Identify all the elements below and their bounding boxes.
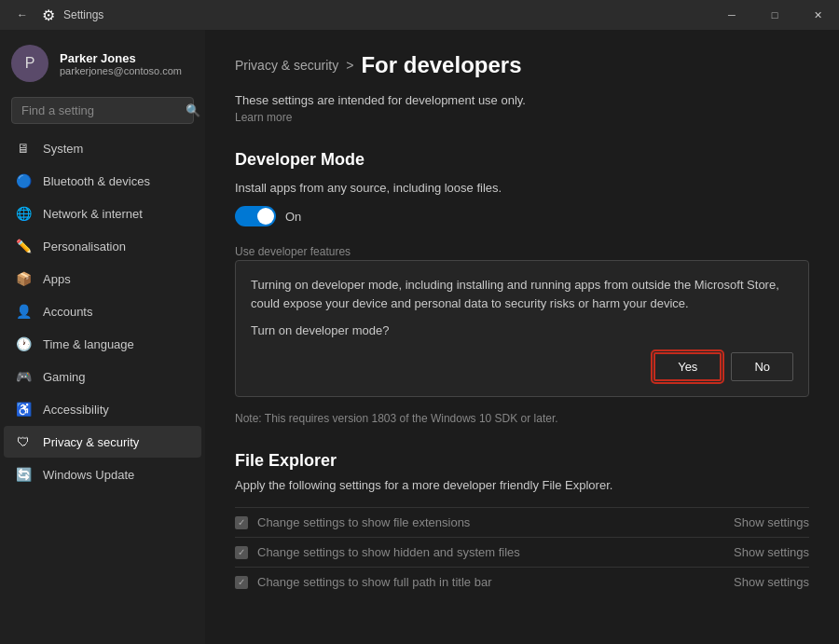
no-button[interactable]: No [731,352,793,381]
nav-label-gaming: Gaming [43,370,86,384]
show-settings-link[interactable]: Show settings [734,575,809,589]
sidebar-item-time[interactable]: 🕐 Time & language [4,328,201,360]
dev-features-box: Turning on developer mode, including ins… [235,260,809,397]
title-bar-title: Settings [63,8,103,21]
sidebar-item-apps[interactable]: 📦 Apps [4,263,201,295]
settings-icon: ⚙ [41,7,56,22]
dev-features-warning: Turning on developer mode, including ins… [251,276,793,312]
setting-label: Change settings to show hidden and syste… [257,545,520,559]
sidebar-item-accessibility[interactable]: ♿ Accessibility [4,393,201,425]
title-bar-left: ← ⚙ Settings [11,5,103,25]
nav-icon-time: 🕐 [15,336,32,352]
minimize-button[interactable]: ─ [710,0,753,30]
file-explorer-settings: ✓ Change settings to show file extension… [235,507,809,596]
nav-icon-personalisation: ✏️ [15,238,32,254]
nav-icon-accessibility: ♿ [15,401,32,418]
nav-icon-bluetooth: 🔵 [15,172,32,189]
setting-label: Change settings to show full path in tit… [257,575,491,589]
close-button[interactable]: ✕ [796,0,839,30]
content-area: Privacy & security > For developers Thes… [205,30,839,644]
nav-label-accounts: Accounts [43,305,92,319]
maximize-button[interactable]: □ [753,0,796,30]
dev-features-buttons: Yes No [251,352,793,381]
sidebar-item-personalisation[interactable]: ✏️ Personalisation [4,230,201,262]
nav-label-update: Windows Update [43,468,134,482]
show-settings-link[interactable]: Show settings [734,515,809,529]
search-input[interactable] [21,103,178,117]
file-explorer-title: File Explorer [235,451,809,471]
setting-checkbox[interactable]: ✓ [235,516,248,529]
breadcrumb: Privacy & security > For developers [235,52,809,78]
nav-label-network: Network & internet [43,207,143,221]
setting-row: ✓ Change settings to show hidden and sys… [235,537,809,567]
search-box[interactable]: 🔍 [11,97,194,124]
nav-icon-update: 🔄 [15,466,32,483]
nav-label-personalisation: Personalisation [43,240,126,253]
show-settings-link[interactable]: Show settings [734,545,809,559]
setting-row: ✓ Change settings to show file extension… [235,507,809,537]
setting-row-left: ✓ Change settings to show full path in t… [235,575,491,589]
user-name: Parker Jones [60,51,182,65]
developer-mode-title: Developer Mode [235,150,809,170]
sidebar: P Parker Jones parkerjones@contoso.com 🔍… [0,30,205,644]
toggle-knob [257,208,274,225]
user-section: P Parker Jones parkerjones@contoso.com [0,30,205,97]
nav-icon-gaming: 🎮 [15,368,32,385]
yes-button[interactable]: Yes [653,352,722,381]
dev-features-question: Turn on developer mode? [251,323,793,337]
sidebar-item-accounts[interactable]: 👤 Accounts [4,295,201,327]
user-email: parkerjones@contoso.com [60,65,182,76]
title-bar: ← ⚙ Settings ─ □ ✕ [0,0,839,30]
learn-more-link[interactable]: Learn more [235,111,809,124]
sidebar-item-privacy[interactable]: 🛡 Privacy & security [4,426,201,458]
developer-mode-desc: Install apps from any source, including … [235,181,809,195]
nav-icon-accounts: 👤 [15,303,32,320]
search-icon: 🔍 [186,103,200,117]
setting-row-left: ✓ Change settings to show file extension… [235,515,470,529]
setting-row: ✓ Change settings to show full path in t… [235,567,809,596]
page-description: These settings are intended for developm… [235,93,809,107]
file-explorer-desc: Apply the following settings for a more … [235,478,809,492]
nav-icon-system: 🖥 [15,140,32,157]
sidebar-item-update[interactable]: 🔄 Windows Update [4,459,201,490]
user-info: Parker Jones parkerjones@contoso.com [60,51,182,76]
nav-label-privacy: Privacy & security [43,435,139,449]
dev-features-section: Use developer features Turning on develo… [235,245,809,397]
nav-icon-privacy: 🛡 [15,433,32,450]
main-layout: P Parker Jones parkerjones@contoso.com 🔍… [0,30,839,644]
dev-features-label: Use developer features [235,245,809,258]
toggle-label: On [285,210,301,224]
back-button[interactable]: ← [11,5,34,25]
nav-list: 🖥 System 🔵 Bluetooth & devices 🌐 Network… [0,131,205,491]
setting-label: Change settings to show file extensions [257,515,470,529]
breadcrumb-chevron: > [346,58,353,73]
nav-label-apps: Apps [43,272,71,286]
nav-label-accessibility: Accessibility [43,403,109,417]
sidebar-item-bluetooth[interactable]: 🔵 Bluetooth & devices [4,165,201,197]
nav-label-time: Time & language [43,337,134,351]
breadcrumb-parent[interactable]: Privacy & security [235,58,338,73]
sidebar-item-network[interactable]: 🌐 Network & internet [4,198,201,229]
avatar: P [11,45,48,82]
nav-label-bluetooth: Bluetooth & devices [43,174,150,188]
note-text: Note: This requires version 1803 of the … [235,412,809,425]
setting-row-left: ✓ Change settings to show hidden and sys… [235,545,520,559]
title-bar-controls: ─ □ ✕ [710,0,839,30]
setting-checkbox[interactable]: ✓ [235,576,248,589]
breadcrumb-current: For developers [361,52,521,78]
setting-checkbox[interactable]: ✓ [235,546,248,559]
sidebar-item-gaming[interactable]: 🎮 Gaming [4,361,201,392]
nav-icon-network: 🌐 [15,205,32,222]
sidebar-item-system[interactable]: 🖥 System [4,132,201,164]
developer-mode-toggle[interactable] [235,206,276,226]
nav-icon-apps: 📦 [15,270,32,287]
toggle-row: On [235,206,809,226]
nav-label-system: System [43,142,83,156]
